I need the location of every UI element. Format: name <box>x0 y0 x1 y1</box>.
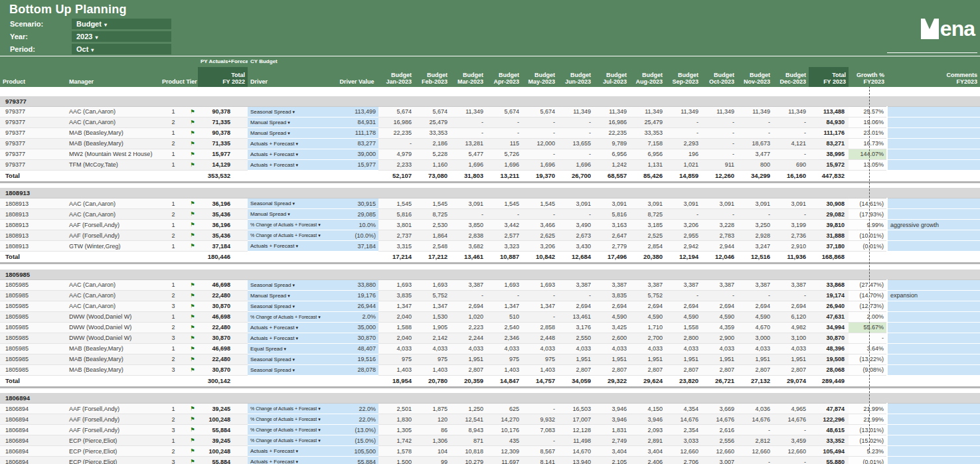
comment-input[interactable] <box>887 117 980 127</box>
month-cell-Oct-2023: 4,590 <box>701 311 737 322</box>
comment-input[interactable] <box>887 301 980 311</box>
month-cell-Nov-2023: 18,673 <box>737 138 773 149</box>
driver-value-input[interactable]: 83,277 <box>335 138 378 149</box>
flag-icon: ⚑ <box>190 109 195 115</box>
comment-input[interactable] <box>887 425 980 435</box>
driver-select[interactable]: % Change of Actuals + Forecast▾ <box>248 435 335 446</box>
driver-select[interactable]: Seasonal Spread▾ <box>248 198 335 209</box>
comment-input[interactable] <box>887 364 980 375</box>
driver-select[interactable]: Equal Spread▾ <box>248 343 335 354</box>
driver-select[interactable]: Actuals + Forecast▾ <box>248 446 335 457</box>
driver-value-input[interactable]: 15,977 <box>335 159 378 170</box>
driver-value-input[interactable]: (15.0%) <box>335 435 378 446</box>
driver-select[interactable]: Actuals + Forecast▾ <box>248 333 335 343</box>
comment-input[interactable] <box>887 322 980 333</box>
driver-value-input[interactable]: 30,915 <box>335 198 378 209</box>
comment-input[interactable] <box>887 343 980 354</box>
comment-input[interactable] <box>887 106 980 117</box>
driver-select[interactable]: Manual Spread▾ <box>248 127 335 138</box>
manager-cell: TFM (McCoy,Tate) <box>66 159 159 170</box>
scenario-label: Scenario: <box>10 20 72 28</box>
driver-value-input[interactable]: 48,407 <box>335 343 378 354</box>
driver-select[interactable]: Seasonal Spread▾ <box>248 354 335 364</box>
manager-cell: AAC (Can,Aaron) <box>66 301 159 311</box>
comment-input[interactable] <box>887 198 980 209</box>
driver-value-input[interactable]: 30,870 <box>335 333 378 343</box>
driver-select[interactable]: % Change of Actuals + Forecast▾ <box>248 220 335 230</box>
driver-select[interactable]: Actuals + Forecast▾ <box>248 149 335 159</box>
driver-select[interactable]: Seasonal Spread▾ <box>248 301 335 311</box>
comment-input[interactable] <box>887 230 980 241</box>
driver-select[interactable]: Actuals + Forecast▾ <box>248 138 335 149</box>
fy2023-total-cell: 111,176 <box>809 127 849 138</box>
manager-cell: MAB (Beasley,Mary) <box>66 354 159 364</box>
driver-value-input[interactable]: (13.0%) <box>335 425 378 435</box>
driver-value-input[interactable]: 105,500 <box>335 446 378 457</box>
comment-input[interactable] <box>887 311 980 322</box>
driver-select[interactable]: Actuals + Forecast▾ <box>248 241 335 252</box>
driver-value-input[interactable]: 19,516 <box>335 354 378 364</box>
driver-value-input[interactable]: 28,078 <box>335 364 378 375</box>
period-dropdown[interactable]: Oct▾ <box>72 44 171 54</box>
driver-select[interactable]: % Change of Actuals + Forecast▾ <box>248 230 335 241</box>
driver-value-input[interactable]: 84,931 <box>335 117 378 127</box>
driver-select[interactable]: % Change of Actuals + Forecast▾ <box>248 404 335 414</box>
driver-value-input[interactable]: 39,000 <box>335 149 378 159</box>
fy2023-total-cell: 48,396 <box>809 343 849 354</box>
scenario-dropdown[interactable]: Budget▾ <box>72 19 171 29</box>
data-row: 979377MAB (Beasley,Mary)1⚑90,378Manual S… <box>0 127 980 138</box>
driver-select[interactable]: % Change of Actuals + Forecast▾ <box>248 414 335 425</box>
comment-input[interactable] <box>887 209 980 220</box>
driver-value-input[interactable]: 35,000 <box>335 322 378 333</box>
comment-input[interactable] <box>887 127 980 138</box>
driver-value-input[interactable]: 22.0% <box>335 414 378 425</box>
driver-value-input[interactable]: 22.0% <box>335 404 378 414</box>
comment-input[interactable] <box>887 414 980 425</box>
comment-input[interactable] <box>887 149 980 159</box>
comment-input[interactable] <box>887 138 980 149</box>
driver-select[interactable]: Seasonal Spread▾ <box>248 106 335 117</box>
driver-value-input[interactable]: 29,085 <box>335 209 378 220</box>
driver-value-input[interactable]: 37,184 <box>335 241 378 252</box>
comment-input[interactable] <box>887 279 980 290</box>
comment-input[interactable] <box>887 159 980 170</box>
comment-input[interactable] <box>887 435 980 446</box>
month-cell-Apr-2023: - <box>486 127 522 138</box>
driver-value-input[interactable]: 33,880 <box>335 279 378 290</box>
driver-select[interactable]: % Change of Actuals + Forecast▾ <box>248 311 335 322</box>
comment-input[interactable] <box>887 446 980 457</box>
driver-select[interactable]: Manual Spread▾ <box>248 290 335 301</box>
period-label: Period: <box>10 45 72 53</box>
comment-input[interactable]: aggressive growth <box>887 220 980 230</box>
month-total-cell-Jul-2023: 68,557 <box>594 170 629 182</box>
comment-input[interactable] <box>887 241 980 252</box>
driver-value-input[interactable]: 111,178 <box>335 127 378 138</box>
comment-input[interactable] <box>887 404 980 414</box>
driver-value-input[interactable]: (10.0%) <box>335 230 378 241</box>
year-dropdown[interactable]: 2023▾ <box>72 31 171 42</box>
driver-select[interactable]: % Change of Actuals + Forecast▾ <box>248 425 335 435</box>
driver-select[interactable]: Actuals + Forecast▾ <box>248 159 335 170</box>
comment-input[interactable] <box>887 354 980 364</box>
comment-input[interactable] <box>887 457 980 464</box>
month-total-cell-Feb-2023: 73,080 <box>414 170 450 182</box>
month-cell-May-2023: 12,000 <box>522 138 558 149</box>
driver-value-input[interactable]: 19,176 <box>335 290 378 301</box>
fy2023-total-cell: 34,994 <box>809 322 849 333</box>
driver-value-input[interactable]: 113,499 <box>335 106 378 117</box>
driver-value-input[interactable]: 55,884 <box>335 457 378 464</box>
driver-value-input[interactable]: 2.0% <box>335 311 378 322</box>
driver-value-input[interactable]: 26,944 <box>335 301 378 311</box>
driver-select[interactable]: Manual Spread▾ <box>248 117 335 127</box>
month-cell-Sep-2023: 2,354 <box>665 425 701 435</box>
driver-select[interactable]: Actuals + Forecast▾ <box>248 457 335 464</box>
driver-select[interactable]: Actuals + Forecast▾ <box>248 322 335 333</box>
comment-input[interactable] <box>887 333 980 343</box>
driver-select[interactable]: Manual Spread▾ <box>248 209 335 220</box>
data-row: 1808913AAF (Forsell,Andy)2⚑35,436% Chang… <box>0 230 980 241</box>
driver-select[interactable]: Seasonal Spread▾ <box>248 364 335 375</box>
driver-select[interactable]: Seasonal Spread▾ <box>248 279 335 290</box>
driver-value-input[interactable]: 10.0% <box>335 220 378 230</box>
comment-input[interactable]: expansion <box>887 290 980 301</box>
month-cell-Jan-2023: 5,816 <box>378 209 414 220</box>
